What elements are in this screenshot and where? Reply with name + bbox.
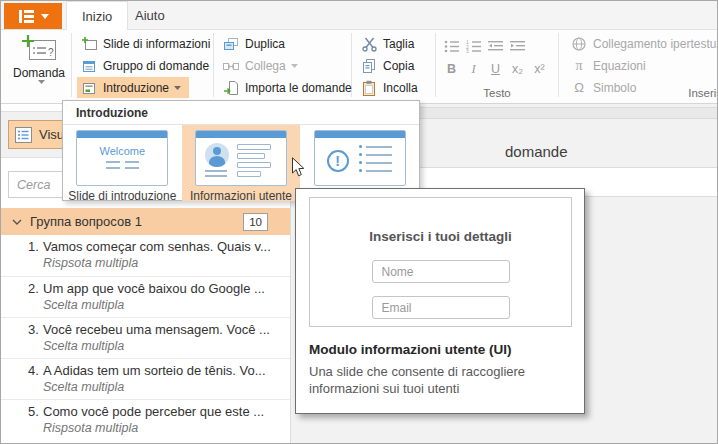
new-question-icon: ?	[20, 33, 58, 63]
content-heading-fragment: domande	[505, 143, 568, 160]
button-label: Equazioni	[593, 59, 646, 73]
underline-button[interactable]: U	[486, 59, 505, 76]
question-type: Scelta multipla	[43, 380, 286, 394]
question-title: Como você pode perceber que este ...	[43, 404, 264, 419]
question-title: Vamos começar com senhas. Quais v...	[43, 239, 271, 254]
gruppo-di-domande-button[interactable]: Gruppo di domande	[77, 55, 217, 76]
tooltip-description: Una slide che consente di raccogliere in…	[309, 364, 557, 397]
button-label: Gruppo di domande	[103, 59, 209, 73]
slide-plus-icon	[80, 36, 98, 52]
slide-preview: Inserisci i tuoi dettagli	[309, 197, 572, 327]
tab-inizio[interactable]: Inizio	[66, 1, 128, 30]
app-menu-icon	[18, 10, 34, 23]
question-group-icon	[80, 58, 98, 74]
chevron-down-icon	[174, 86, 181, 90]
chevron-down-icon	[41, 14, 49, 19]
button-label: Incolla	[383, 81, 418, 95]
bold-button[interactable]: B	[442, 59, 461, 76]
copy-icon	[360, 58, 378, 74]
link-slides-icon	[222, 58, 240, 74]
dropdown-item-informazioni-utente[interactable]: Informazioni utente	[182, 125, 301, 201]
button-label: Importa le domande	[245, 81, 352, 95]
exclamation-icon: !	[327, 150, 349, 172]
introduzione-dropdown: Introduzione Welcome Slide di introduzio…	[62, 100, 420, 201]
preview-name-field	[372, 260, 510, 283]
numbered-list-icon[interactable]: 1 2 3	[464, 37, 483, 54]
dropdown-item-slide-di-introduzione[interactable]: Welcome Slide di introduzione	[63, 125, 182, 201]
question-type: Rispsota multipla	[43, 421, 286, 435]
question-list-item[interactable]: 1.Vamos começar com senhas. Quais v... R…	[1, 235, 290, 276]
question-type: Scelta multipla	[43, 298, 286, 312]
svg-text:3: 3	[466, 48, 469, 53]
collegamento-ipertestuale-button[interactable]: Collegamento ipertestuale	[567, 33, 718, 54]
tab-bar: Inizio Aiuto	[1, 1, 717, 30]
chevron-down-icon	[12, 219, 22, 225]
app-menu-button[interactable]	[4, 3, 62, 29]
question-list-item[interactable]: 2.Um app que você baixou do Google ... S…	[1, 276, 290, 317]
question-list-item[interactable]: 5.Como você pode perceber que este ... R…	[1, 399, 290, 440]
inserisci-group: Collegamento ipertestuale π Equazioni Ω …	[559, 30, 718, 103]
domanda-label: Domanda	[13, 66, 65, 80]
question-type: Scelta multipla	[43, 339, 286, 353]
button-label: Slide di informazioni	[103, 37, 210, 51]
decrease-indent-icon[interactable]	[486, 37, 505, 54]
question-count-badge: 10	[243, 213, 268, 231]
incolla-button[interactable]: Incolla	[357, 77, 426, 98]
superscript-button[interactable]: x²	[530, 59, 549, 76]
dropdown-item-label: Slide di introduzione	[68, 189, 176, 203]
question-title: Um app que você baixou do Google ...	[43, 281, 265, 296]
intro-slide-icon	[80, 80, 98, 96]
equazioni-button[interactable]: π Equazioni	[567, 55, 654, 76]
inserisci-group-label: Inserisci	[559, 87, 718, 99]
question-list-item[interactable]: 4.A Adidas tem um sorteio de tênis. Vo..…	[1, 358, 290, 399]
taglia-button[interactable]: Taglia	[357, 33, 422, 54]
subscript-button[interactable]: x₂	[508, 59, 527, 76]
introduzione-button[interactable]: Introduzione	[77, 77, 189, 98]
slide-di-informazioni-button[interactable]: Slide di informazioni	[77, 33, 218, 54]
preview-email-field	[372, 296, 510, 319]
question-list-item[interactable]: 3.Você recebeu uma mensagem. Você ... Sc…	[1, 317, 290, 358]
domanda-button[interactable]: ? Domanda	[7, 30, 71, 103]
duplicate-icon	[222, 36, 240, 52]
slide-group: Slide di informazioni Gruppo di domande	[72, 30, 213, 103]
welcome-text: Welcome	[77, 145, 167, 157]
tooltip-title: Modulo informazioni utente (UI)	[309, 342, 511, 357]
dropdown-item-label: Informazioni utente	[190, 189, 292, 203]
info-slide-thumbnail: !	[314, 130, 406, 186]
pi-icon: π	[570, 58, 588, 74]
testo-group-label: Testo	[436, 87, 558, 99]
scissors-icon	[360, 36, 378, 52]
question-list: 1.Vamos começar com senhas. Quais v... R…	[1, 235, 290, 440]
duplica-button[interactable]: Duplica	[219, 33, 293, 54]
bullet-list-icon[interactable]	[442, 37, 461, 54]
chevron-down-icon	[291, 64, 298, 68]
question-group-header[interactable]: Группа вопросов 1 10	[1, 208, 290, 235]
tab-aiuto[interactable]: Aiuto	[120, 1, 180, 30]
question-type: Rispsota multipla	[43, 256, 286, 270]
question-title: A Adidas tem um sorteio de tênis. Vo...	[43, 363, 266, 378]
button-label: Copia	[383, 59, 414, 73]
intro-slide-thumbnail: Welcome	[76, 130, 168, 186]
clipboard-group: Taglia Copia	[352, 30, 435, 103]
import-icon	[222, 80, 240, 96]
svg-text:?: ?	[48, 47, 54, 58]
dropdown-item-tooltip: Inserisci i tuoi dettagli Modulo informa…	[295, 188, 585, 414]
question-number: 1.	[28, 239, 40, 254]
copia-button[interactable]: Copia	[357, 55, 422, 76]
question-number: 2.	[28, 281, 40, 296]
importa-le-domande-button[interactable]: Importa le domande	[219, 77, 360, 98]
question-title: Você recebeu uma mensagem. Você ...	[43, 322, 270, 337]
italic-button[interactable]: I	[464, 59, 483, 76]
clipboard-icon	[360, 80, 378, 96]
chevron-down-icon	[38, 80, 45, 84]
button-label: Collega	[245, 59, 286, 73]
app-window: Inizio Aiuto ? Domanda	[0, 0, 718, 444]
question-number: 3.	[28, 322, 40, 337]
user-info-thumbnail	[195, 130, 287, 186]
button-label: Duplica	[245, 37, 285, 51]
hyperlink-globe-icon	[570, 36, 588, 52]
button-label: Collegamento ipertestuale	[593, 37, 718, 51]
increase-indent-icon[interactable]	[508, 37, 527, 54]
collega-button[interactable]: Collega	[219, 55, 306, 76]
button-label: Taglia	[383, 37, 414, 51]
